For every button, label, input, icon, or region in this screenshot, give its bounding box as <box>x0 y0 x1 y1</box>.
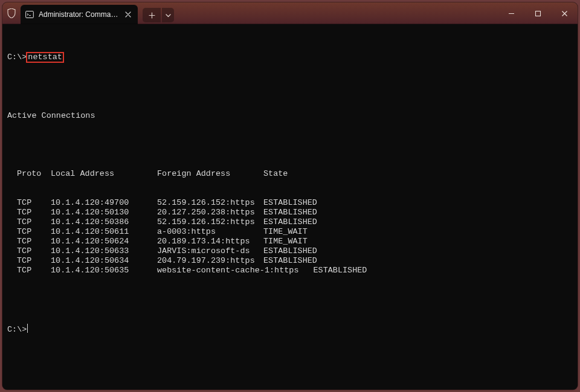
tab-title: Administrator: Command Pro <box>39 10 119 19</box>
cell-foreign: 20.189.173.14:https <box>157 237 263 246</box>
table-row: TCP10.1.4.120:5038652.159.126.152:httpsE… <box>7 217 573 227</box>
cell-local: 10.1.4.120:50633 <box>51 246 157 256</box>
cell-state: ESTABLISHED <box>314 266 367 275</box>
cell-state: ESTABLISHED <box>263 246 317 256</box>
cell-proto: TCP <box>17 237 51 246</box>
minimize-button[interactable] <box>498 2 524 24</box>
table-row: TCP10.1.4.120:50635website-content-cache… <box>7 266 573 275</box>
prompt-line-1: C:\>netstat <box>7 52 573 63</box>
table-row: TCP10.1.4.120:50611a-0003:httpsTIME_WAIT <box>7 227 573 237</box>
tab-actions <box>143 6 174 24</box>
cell-proto: TCP <box>17 208 51 217</box>
cmd-icon <box>25 10 34 19</box>
new-tab-button[interactable] <box>143 8 161 22</box>
table-row: TCP10.1.4.120:4970052.159.126.152:httpsE… <box>7 198 573 208</box>
prompt-prefix: C:\> <box>7 325 27 334</box>
tab-active[interactable]: Administrator: Command Pro <box>21 5 138 24</box>
window-controls <box>498 2 578 24</box>
table-row: TCP10.1.4.120:5013020.127.250.238:httpsE… <box>7 208 573 217</box>
col-foreign: Foreign Address <box>157 169 263 179</box>
cell-state: TIME_WAIT <box>263 227 308 237</box>
cell-local: 10.1.4.120:50634 <box>51 256 157 266</box>
cell-state: ESTABLISHED <box>263 217 317 227</box>
col-proto: Proto <box>17 169 51 179</box>
highlighted-command: netstat <box>26 52 64 63</box>
cell-proto: TCP <box>17 256 51 266</box>
cell-foreign: a-0003:https <box>157 227 263 237</box>
cell-foreign: JARVIS:microsoft-ds <box>157 246 263 256</box>
cell-proto: TCP <box>17 217 51 227</box>
cell-state: ESTABLISHED <box>263 256 317 266</box>
titlebar-drag-area[interactable] <box>174 2 498 24</box>
tab-close-button[interactable] <box>124 9 133 20</box>
cell-state: TIME_WAIT <box>263 237 308 246</box>
cell-local: 10.1.4.120:50386 <box>51 217 157 227</box>
terminal-output[interactable]: C:\>netstat Active Connections ProtoLoca… <box>2 24 578 390</box>
svg-rect-1 <box>535 11 540 16</box>
cell-foreign: 204.79.197.239:https <box>157 256 263 266</box>
cell-local: 10.1.4.120:50635 <box>51 266 157 275</box>
col-state: State <box>263 169 288 179</box>
col-local: Local Address <box>51 169 157 179</box>
cell-local: 10.1.4.120:50624 <box>51 237 157 246</box>
prompt-prefix: C:\> <box>7 53 27 62</box>
cell-proto: TCP <box>17 266 51 275</box>
table-row: TCP10.1.4.120:5062420.189.173.14:httpsTI… <box>7 237 573 246</box>
cell-local: 10.1.4.120:50611 <box>51 227 157 237</box>
cell-foreign: website-content-cache-1:https <box>157 266 314 275</box>
cell-state: ESTABLISHED <box>263 208 317 217</box>
table-row: TCP10.1.4.120:50633JARVIS:microsoft-dsES… <box>7 246 573 256</box>
section-heading: Active Connections <box>7 111 573 121</box>
cell-proto: TCP <box>17 227 51 237</box>
cell-local: 10.1.4.120:50130 <box>51 208 157 217</box>
cursor <box>27 324 28 333</box>
table-header-row: ProtoLocal AddressForeign AddressState <box>7 169 573 179</box>
cell-state: ESTABLISHED <box>263 198 317 208</box>
cell-foreign: 52.159.126.152:https <box>157 217 263 227</box>
terminal-window: Administrator: Command Pro <box>2 2 578 390</box>
cell-proto: TCP <box>17 246 51 256</box>
cell-local: 10.1.4.120:49700 <box>51 198 157 208</box>
cell-foreign: 20.127.250.238:https <box>157 208 263 217</box>
svg-rect-0 <box>26 11 34 18</box>
maximize-button[interactable] <box>524 2 551 24</box>
cell-foreign: 52.159.126.152:https <box>157 198 263 208</box>
titlebar[interactable]: Administrator: Command Pro <box>2 2 578 24</box>
close-window-button[interactable] <box>551 2 578 24</box>
prompt-line-2: C:\> <box>7 324 573 335</box>
app-shield-icon <box>2 2 21 24</box>
table-row: TCP10.1.4.120:50634204.79.197.239:httpsE… <box>7 256 573 266</box>
tab-dropdown-button[interactable] <box>162 8 174 22</box>
cell-proto: TCP <box>17 198 51 208</box>
